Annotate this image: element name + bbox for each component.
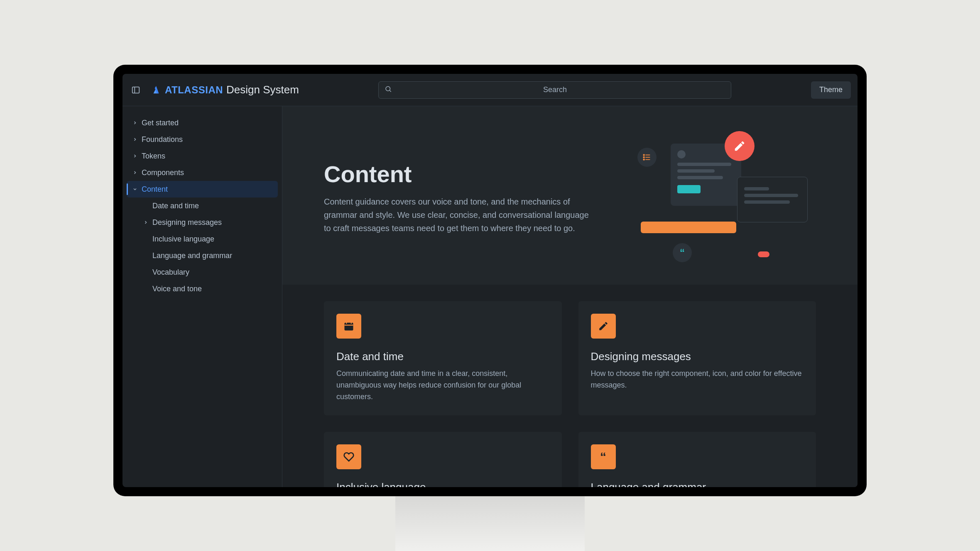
sidebar-item-label: Designing messages xyxy=(152,218,222,227)
card-title: Language and grammar xyxy=(591,481,804,487)
chevron-right-icon xyxy=(132,170,138,175)
sidebar-item-label: Vocabulary xyxy=(152,268,189,277)
main-content: Content Content guidance covers our voic… xyxy=(282,106,858,487)
quote-icon: “ xyxy=(591,444,616,469)
art-dot xyxy=(758,251,769,257)
art-quote-badge: “ xyxy=(673,243,692,262)
card-title: Date and time xyxy=(336,350,549,363)
sidebar-item-label: Tokens xyxy=(142,152,165,161)
svg-line-3 xyxy=(390,90,391,91)
sidebar-item-label: Get started xyxy=(142,119,179,127)
sidebar-item-label: Voice and tone xyxy=(152,285,202,293)
app-screen: ATLASSIAN Design System Search Theme xyxy=(122,74,858,487)
card-designing-messages[interactable]: Designing messages How to choose the rig… xyxy=(578,301,816,415)
sidebar-item-tokens[interactable]: Tokens xyxy=(127,148,278,164)
sidebar-toggle-button[interactable] xyxy=(129,83,142,97)
svg-point-7 xyxy=(643,154,644,156)
sidebar-item-content[interactable]: Content xyxy=(127,181,278,197)
sidebar-item-voice-and-tone[interactable]: Voice and tone xyxy=(137,280,278,297)
brand-wordmark: ATLASSIAN xyxy=(165,84,223,96)
svg-rect-12 xyxy=(351,321,352,324)
monitor-stand xyxy=(395,496,585,551)
art-edit-badge xyxy=(725,131,755,161)
svg-point-2 xyxy=(386,86,390,91)
search-wrap: Search xyxy=(307,81,803,99)
sidebar-item-label: Components xyxy=(142,168,184,177)
card-inclusive-language[interactable]: Inclusive language Inclusive language is… xyxy=(324,432,562,487)
topbar: ATLASSIAN Design System Search Theme xyxy=(122,74,858,106)
art-bar xyxy=(641,222,736,233)
sidebar-item-inclusive-language[interactable]: Inclusive language xyxy=(137,231,278,247)
panel-left-icon xyxy=(131,85,140,95)
hero-text: Content Content guidance covers our voic… xyxy=(324,161,608,235)
theme-label: Theme xyxy=(819,85,843,94)
sidebar-item-label: Content xyxy=(142,185,168,194)
card-description: Communicating date and time in a clear, … xyxy=(336,368,549,403)
cards-grid: Date and time Communicating date and tim… xyxy=(282,285,858,487)
sidebar-item-get-started[interactable]: Get started xyxy=(127,115,278,131)
pencil-icon xyxy=(591,314,616,339)
sidebar-item-label: Inclusive language xyxy=(152,235,214,244)
atlassian-logo-icon xyxy=(151,85,162,95)
app-body: Get started Foundations Tokens xyxy=(122,106,858,487)
search-icon xyxy=(385,85,392,95)
sidebar-item-label: Foundations xyxy=(142,135,183,144)
card-description: How to choose the right component, icon,… xyxy=(591,368,804,391)
sidebar-item-date-and-time[interactable]: Date and time xyxy=(137,197,278,214)
page-title: Content xyxy=(324,161,608,188)
chevron-right-icon xyxy=(142,220,149,225)
brand-subtitle: Design System xyxy=(226,83,299,96)
brand-logo[interactable]: ATLASSIAN Design System xyxy=(151,83,299,96)
calendar-icon xyxy=(336,314,361,339)
art-card-2 xyxy=(737,177,808,222)
svg-rect-13 xyxy=(345,325,353,326)
svg-point-8 xyxy=(643,157,644,158)
card-title: Designing messages xyxy=(591,350,804,363)
card-date-and-time[interactable]: Date and time Communicating date and tim… xyxy=(324,301,562,415)
hero: Content Content guidance covers our voic… xyxy=(282,106,858,285)
sidebar-content-children: Date and time Designing messages Inclusi… xyxy=(127,197,278,297)
heart-icon xyxy=(336,444,361,469)
sidebar-item-language-and-grammar[interactable]: Language and grammar xyxy=(137,247,278,264)
theme-button[interactable]: Theme xyxy=(811,81,851,99)
sidebar-item-label: Date and time xyxy=(152,202,199,210)
monitor-frame: ATLASSIAN Design System Search Theme xyxy=(113,65,867,496)
page-description: Content guidance covers our voice and to… xyxy=(324,195,590,235)
card-title: Inclusive language xyxy=(336,481,549,487)
sidebar-item-foundations[interactable]: Foundations xyxy=(127,131,278,148)
card-language-and-grammar[interactable]: “ Language and grammar Use conventions t… xyxy=(578,432,816,487)
hero-illustration: “ xyxy=(633,131,816,264)
search-input[interactable]: Search xyxy=(378,81,731,99)
chevron-down-icon xyxy=(132,187,138,192)
sidebar-item-designing-messages[interactable]: Designing messages xyxy=(137,214,278,231)
sidebar: Get started Foundations Tokens xyxy=(122,106,282,487)
chevron-right-icon xyxy=(132,137,138,142)
chevron-right-icon xyxy=(132,154,138,158)
sidebar-item-vocabulary[interactable]: Vocabulary xyxy=(137,264,278,280)
svg-rect-10 xyxy=(345,323,353,331)
svg-point-9 xyxy=(643,159,644,160)
svg-rect-11 xyxy=(346,321,347,324)
sidebar-item-label: Language and grammar xyxy=(152,251,232,260)
chevron-right-icon xyxy=(132,120,138,125)
search-placeholder: Search xyxy=(543,85,567,94)
sidebar-item-components[interactable]: Components xyxy=(127,164,278,181)
svg-rect-0 xyxy=(132,87,140,93)
art-list-badge xyxy=(637,148,657,167)
